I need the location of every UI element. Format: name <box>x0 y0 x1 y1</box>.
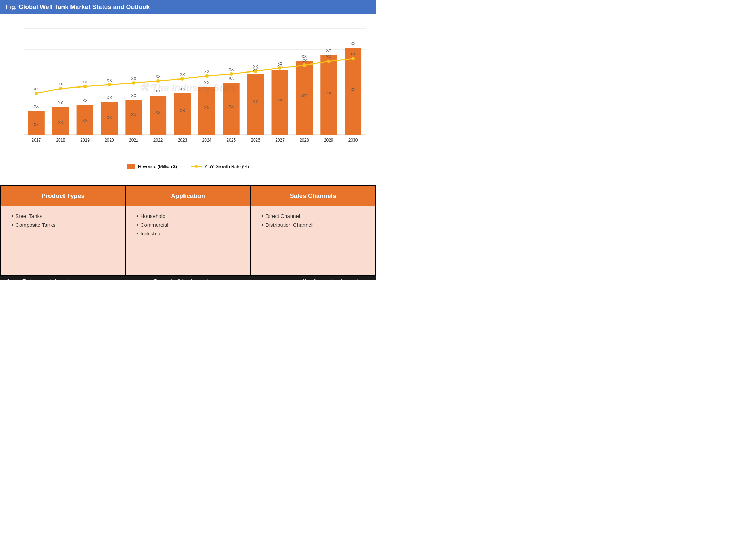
svg-text:XX: XX <box>107 96 112 100</box>
application-list: Household Commercial Industrial <box>136 213 239 236</box>
dot-2019 <box>83 85 87 88</box>
legend-line-item: Y-oY Growth Rate (%) <box>191 164 249 169</box>
svg-text:XX: XX <box>204 69 210 74</box>
svg-text:XX: XX <box>107 115 112 120</box>
svg-text:2019: 2019 <box>80 138 90 143</box>
svg-text:XX: XX <box>82 118 88 122</box>
application-box: Application Household Commercial Industr… <box>126 186 250 275</box>
svg-text:2029: 2029 <box>324 138 333 143</box>
svg-text:XX: XX <box>34 122 39 127</box>
svg-text:2025: 2025 <box>226 138 236 143</box>
dot-2028 <box>302 63 306 67</box>
svg-text:XX: XX <box>351 52 356 56</box>
chart-container: 🛠 The Industry Stats m a r k e t r e s e… <box>7 21 369 161</box>
product-types-box: Product Types Steel Tanks Composite Tank… <box>1 186 125 275</box>
svg-text:XX: XX <box>326 48 331 52</box>
application-body: Household Commercial Industrial <box>126 206 250 275</box>
legend-bar-color <box>127 164 135 169</box>
footer-email: Email: sales@theindustrystats.com <box>154 279 219 280</box>
sales-channels-header: Sales Channels <box>251 186 375 206</box>
bar-2025 <box>223 83 240 135</box>
svg-text:2018: 2018 <box>56 138 65 143</box>
chart-legend: Revenue (Million $) Y-oY Growth Rate (%) <box>7 164 369 169</box>
svg-text:2030: 2030 <box>348 138 358 143</box>
svg-text:2022: 2022 <box>153 138 163 143</box>
svg-text:XX: XX <box>58 121 63 125</box>
svg-text:XX: XX <box>58 82 63 86</box>
dot-2018 <box>59 87 62 90</box>
svg-text:XX: XX <box>180 108 185 113</box>
svg-text:XX: XX <box>34 87 39 91</box>
legend-line-label: Y-oY Growth Rate (%) <box>204 164 249 169</box>
dot-2021 <box>132 81 135 85</box>
list-item: Commercial <box>136 222 239 228</box>
svg-text:XX: XX <box>131 76 136 81</box>
list-item: Composite Tanks <box>12 222 114 228</box>
footer-website: Website: www.theindustrystats.com <box>303 279 369 280</box>
dot-2030 <box>351 57 355 60</box>
dot-2027 <box>278 66 282 70</box>
svg-text:XX: XX <box>82 80 88 84</box>
svg-text:2017: 2017 <box>32 138 41 143</box>
svg-text:XX: XX <box>277 61 283 66</box>
svg-text:XX: XX <box>253 100 258 104</box>
svg-text:XX: XX <box>156 110 161 114</box>
chart-area: 🛠 The Industry Stats m a r k e t r e s e… <box>0 14 376 185</box>
svg-text:XX: XX <box>351 88 356 92</box>
svg-text:XX: XX <box>180 72 185 76</box>
svg-text:XX: XX <box>204 106 210 110</box>
dot-2025 <box>230 72 233 76</box>
dot-2023 <box>181 77 184 81</box>
list-item: Steel Tanks <box>12 213 114 219</box>
svg-text:2028: 2028 <box>300 138 309 143</box>
svg-text:XX: XX <box>82 99 88 103</box>
legend-bar-label: Revenue (Million $) <box>138 164 177 169</box>
svg-text:XX: XX <box>228 76 234 80</box>
dot-2017 <box>35 92 38 95</box>
sales-channels-box: Sales Channels Direct Channel Distributi… <box>251 186 375 275</box>
svg-text:XX: XX <box>156 89 161 93</box>
svg-text:XX: XX <box>180 87 185 91</box>
bar-2022 <box>150 96 166 135</box>
svg-text:XX: XX <box>131 93 136 98</box>
dot-2024 <box>205 74 209 78</box>
svg-point-64 <box>195 165 198 168</box>
page-footer: Source: Theindustrystats Analysis Email:… <box>0 276 376 280</box>
bar-2023 <box>174 93 191 135</box>
chart-svg: XX XX 2017 XX XX 2018 XX XX 2019 XX XX 2… <box>7 21 369 161</box>
svg-text:XX: XX <box>302 54 307 59</box>
svg-text:2021: 2021 <box>129 138 138 143</box>
bar-2026 <box>247 74 264 135</box>
application-header: Application <box>126 186 250 206</box>
svg-text:XX: XX <box>326 91 331 95</box>
header-title: Fig. Global Well Tank Market Status and … <box>6 3 150 10</box>
list-item: Distribution Channel <box>262 222 364 228</box>
svg-text:XX: XX <box>302 59 307 63</box>
svg-text:XX: XX <box>228 104 234 108</box>
footer-source: Source: Theindustrystats Analysis <box>7 279 70 280</box>
bar-2021 <box>125 100 142 135</box>
svg-text:XX: XX <box>156 74 161 78</box>
svg-text:2026: 2026 <box>251 138 260 143</box>
sales-channels-list: Direct Channel Distribution Channel <box>262 213 364 228</box>
svg-text:XX: XX <box>107 78 112 82</box>
list-item: Household <box>136 213 239 219</box>
sales-channels-body: Direct Channel Distribution Channel <box>251 206 375 275</box>
bottom-section: Product Types Steel Tanks Composite Tank… <box>0 185 376 276</box>
legend-line-icon <box>191 164 202 169</box>
page-header: Fig. Global Well Tank Market Status and … <box>0 0 376 14</box>
svg-text:XX: XX <box>326 55 331 59</box>
svg-text:2027: 2027 <box>275 138 285 143</box>
svg-text:XX: XX <box>58 101 63 105</box>
svg-text:XX: XX <box>302 94 307 98</box>
svg-text:2024: 2024 <box>202 138 212 143</box>
svg-text:XX: XX <box>131 113 136 117</box>
legend-bar-item: Revenue (Million $) <box>127 164 177 169</box>
dot-2029 <box>327 60 330 63</box>
list-item: Industrial <box>136 230 239 236</box>
svg-text:XX: XX <box>253 65 258 69</box>
svg-text:XX: XX <box>228 67 234 71</box>
dot-2026 <box>254 69 257 73</box>
svg-text:2020: 2020 <box>105 138 114 143</box>
svg-text:XX: XX <box>351 41 356 46</box>
